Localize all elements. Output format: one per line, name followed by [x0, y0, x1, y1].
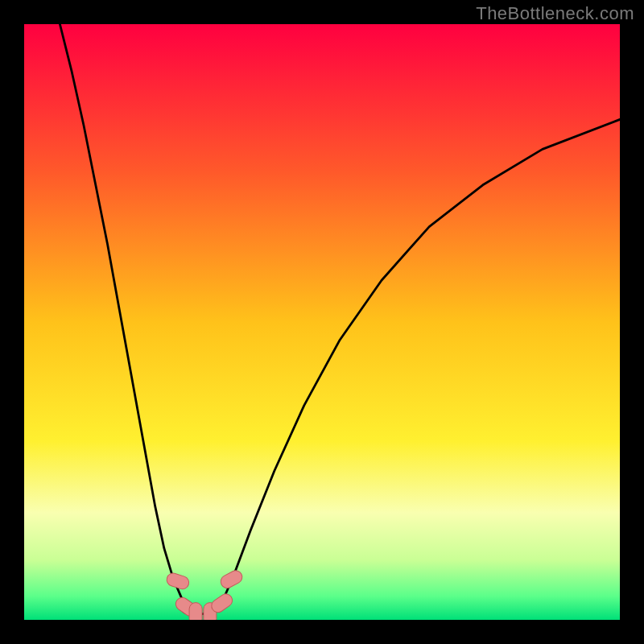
svg-rect-2 — [189, 603, 202, 620]
plot-area — [24, 24, 620, 620]
chart-svg — [24, 24, 620, 620]
chart-stage: TheBottleneck.com — [0, 0, 644, 644]
marker-valley-a — [189, 603, 202, 620]
gradient-background — [24, 24, 620, 620]
watermark-text: TheBottleneck.com — [476, 3, 634, 24]
